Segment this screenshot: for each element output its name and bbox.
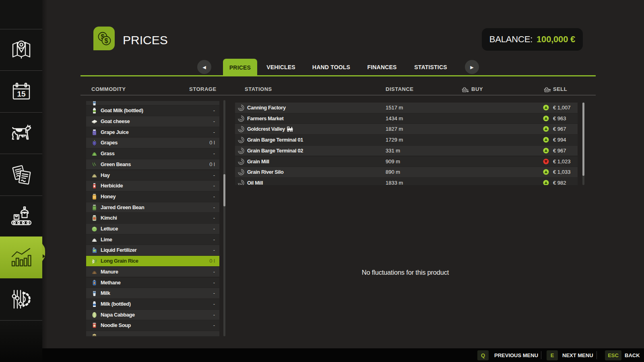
svg-text:$: $ bbox=[104, 37, 108, 44]
svg-text:15: 15 bbox=[17, 90, 26, 98]
